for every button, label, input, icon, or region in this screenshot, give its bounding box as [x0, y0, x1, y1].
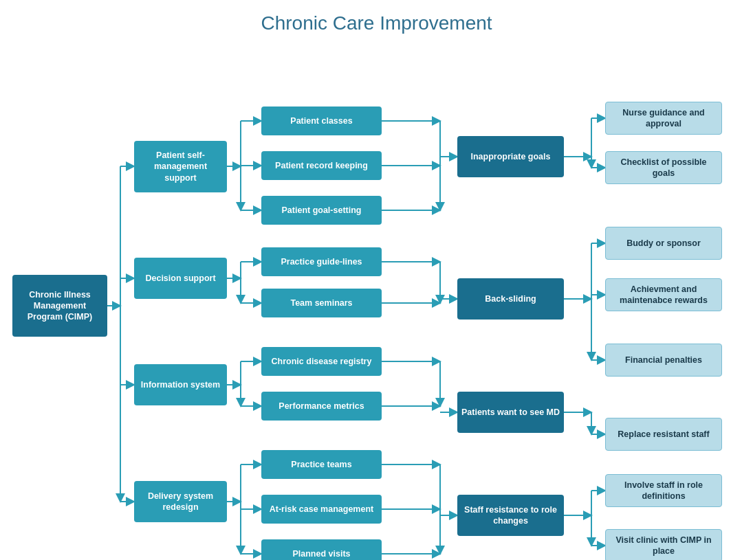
atrisk-case-box: At-risk case management — [261, 495, 382, 524]
patient-classes-box: Patient classes — [261, 107, 382, 135]
planned-visits-box: Planned visits — [261, 539, 382, 560]
patient-record-box: Patient record keeping — [261, 151, 382, 180]
staff-resistance-box: Staff resistance to role changes — [457, 495, 564, 536]
team-seminars-box: Team seminars — [261, 289, 382, 317]
involve-staff-box: Involve staff in role definitions — [605, 474, 722, 507]
financial-penalties-box: Financial penalties — [605, 344, 722, 377]
replace-resistant-box: Replace resistant staff — [605, 418, 722, 451]
patient-goal-box: Patient goal-setting — [261, 196, 382, 225]
patients-want-box: Patients want to see MD — [457, 392, 564, 433]
chronic-registry-box: Chronic disease registry — [261, 347, 382, 376]
decision-support-box: Decision support — [134, 258, 227, 299]
achievement-rewards-box: Achievment and maintenabce rewards — [605, 278, 722, 311]
backsliding-box: Back-sliding — [457, 278, 564, 320]
performance-metrics-box: Performance metrics — [261, 392, 382, 421]
cimp-box: Chronic Illness Management Program (CIMP… — [12, 275, 107, 337]
practice-teams-box: Practice teams — [261, 450, 382, 479]
practice-guidelines-box: Practice guide-lines — [261, 247, 382, 276]
diagram: Chronic Illness Management Program (CIMP… — [0, 41, 753, 560]
patient-self-box: Patient self-management support — [134, 141, 227, 192]
visit-clinic-box: Visit clinic with CIMP in place — [605, 529, 722, 560]
buddy-sponsor-box: Buddy or sponsor — [605, 227, 722, 260]
delivery-system-box: Delivery system redesign — [134, 481, 227, 522]
nurse-guidance-box: Nurse guidance and approval — [605, 102, 722, 135]
checklist-goals-box: Checklist of possible goals — [605, 151, 722, 184]
page-title: Chronic Care Improvement — [0, 0, 753, 41]
information-system-box: Information system — [134, 364, 227, 405]
inappropriate-goals-box: Inappropriate goals — [457, 136, 564, 177]
